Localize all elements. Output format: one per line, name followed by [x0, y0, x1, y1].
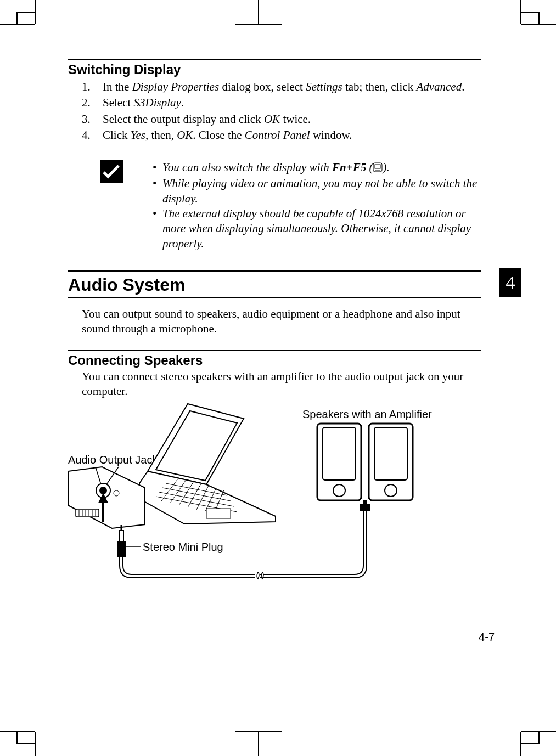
diagram-svg: [68, 401, 481, 588]
svg-point-20: [114, 490, 119, 496]
crop-mark: [35, 0, 36, 24]
crop-mark: [258, 0, 259, 24]
crop-mark: [258, 732, 259, 756]
divider: [68, 350, 481, 351]
crop-mark: [520, 732, 521, 756]
notes-block: You can also switch the display with Fn+…: [100, 160, 481, 251]
crop-mark: [235, 24, 282, 25]
step-3: 3. Select the output display and click O…: [82, 112, 481, 127]
speakers-intro: You can connect stereo speakers with an …: [82, 369, 481, 399]
svg-rect-17: [206, 509, 231, 518]
divider-thick: [68, 270, 481, 272]
note-item: You can also switch the display with Fn+…: [153, 160, 481, 176]
crop-mark: [521, 743, 540, 744]
step-2: 2. Select S3Display.: [82, 95, 481, 110]
svg-rect-1: [375, 165, 380, 168]
connection-diagram: Speakers with an Amplifier Audio Output …: [68, 401, 481, 588]
heading-switching-display: Switching Display: [68, 62, 481, 77]
divider: [68, 297, 481, 298]
heading-connecting-speakers: Connecting Speakers: [68, 353, 481, 368]
note-item: The external display should be capable o…: [153, 206, 481, 251]
page-number: 4-7: [479, 631, 495, 644]
heading-audio-system: Audio System: [68, 275, 481, 295]
page-content: Switching Display 1. In the Display Prop…: [68, 55, 481, 588]
note-item: While playing video or animation, you ma…: [153, 176, 481, 206]
crop-mark: [16, 743, 35, 744]
steps-list: 1. In the Display Properties dialog box,…: [82, 80, 481, 143]
svg-point-32: [333, 484, 345, 497]
svg-rect-39: [119, 531, 123, 541]
checkmark-icon: [100, 160, 123, 183]
audio-intro: You can output sound to speakers, audio …: [82, 307, 481, 337]
crop-mark: [16, 12, 18, 24]
crop-mark: [538, 12, 540, 24]
svg-rect-38: [117, 541, 125, 557]
svg-rect-0: [373, 163, 382, 172]
crop-mark: [16, 732, 18, 744]
crop-mark: [0, 24, 35, 25]
notes-list: You can also switch the display with Fn+…: [153, 160, 481, 251]
svg-point-35: [385, 484, 397, 497]
crop-mark: [521, 24, 556, 25]
crop-mark: [235, 731, 282, 732]
chapter-tab: 4: [499, 268, 521, 297]
step-1: 1. In the Display Properties dialog box,…: [82, 80, 481, 94]
svg-rect-31: [323, 427, 356, 480]
crop-mark: [35, 732, 36, 756]
step-4: 4. Click Yes, then, OK. Close the Contro…: [82, 128, 481, 143]
divider: [68, 59, 481, 60]
display-key-icon: [373, 161, 383, 176]
svg-point-19: [100, 487, 106, 494]
svg-rect-34: [374, 427, 407, 480]
crop-mark: [521, 12, 540, 13]
crop-mark: [16, 12, 35, 13]
crop-mark: [538, 732, 540, 744]
